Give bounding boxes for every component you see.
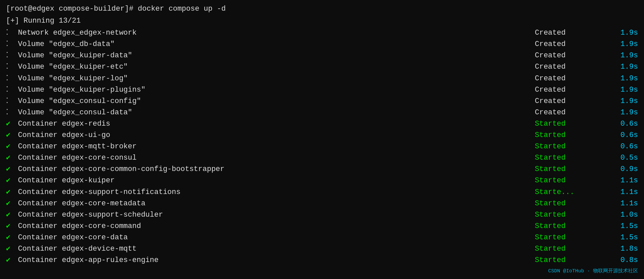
row-time: 1.9s [608,96,638,107]
row-name: Volume "edgex_consul-config" [18,96,535,107]
row-status: Created [535,50,608,61]
row-time: 1.9s [608,61,638,73]
dash-icon: ⁚ [6,39,18,50]
output-row: ⁚ Volume "edgex_kuiper-log"Created1.9s [6,73,638,84]
row-name: Container edgex-support-scheduler [18,209,535,221]
row-name: Volume "edgex_consul-data" [18,107,535,118]
output-row: ✔ Container edgex-kuiperStarted1.1s [6,175,638,186]
row-time: 1.9s [608,27,638,39]
row-status: Started [535,221,608,232]
row-status: Started [535,118,608,130]
row-status: Started [535,232,608,243]
row-status: Started [535,255,608,266]
row-time: 1.9s [608,107,638,118]
row-status: Created [535,61,608,73]
prompt-text: [root@edgex compose-builder]# docker com… [6,3,226,15]
row-status: Started [535,141,608,152]
row-time: 1.8s [608,243,638,255]
row-time: 0.6s [608,141,638,152]
output-row: ⁚ Volume "edgex_kuiper-etc"Created1.9s [6,61,638,73]
row-status: Started [535,209,608,221]
checkmark-icon: ✔ [6,118,18,130]
output-row: ✔ Container edgex-redisStarted0.6s [6,118,638,130]
checkmark-icon: ✔ [6,130,18,141]
checkmark-icon: ✔ [6,152,18,164]
row-status: Started [535,175,608,186]
output-row: ✔ Container edgex-core-common-config-boo… [6,164,638,175]
checkmark-icon: ✔ [6,243,18,255]
output-row: ✔ Container edgex-mqtt-brokerStarted0.6s [6,141,638,152]
row-name: Volume "edgex_db-data" [18,39,535,50]
row-status: Created [535,27,608,39]
dash-icon: ⁚ [6,107,18,118]
row-name: Volume "edgex_kuiper-data" [18,50,535,61]
output-row: ⁚ Volume "edgex_db-data"Created1.9s [6,39,638,50]
watermark: CSDN @IoTHub · 物联网开源技术社区 [548,267,638,275]
row-name: Container edgex-app-rules-engine [18,255,535,266]
row-name: Container edgex-core-data [18,232,535,243]
row-status: Started [535,243,608,255]
row-time: 1.0s [608,209,638,221]
row-time: 0.5s [608,152,638,164]
row-name: Container edgex-core-consul [18,152,535,164]
checkmark-icon: ✔ [6,221,18,232]
row-time: 1.1s [608,187,638,198]
running-line: [+] Running 13/21 [6,15,638,27]
checkmark-icon: ✔ [6,175,18,186]
checkmark-icon: ✔ [6,164,18,175]
row-time: 1.9s [608,39,638,50]
row-time: 0.9s [608,164,638,175]
checkmark-icon: ✔ [6,141,18,152]
output-row: ✔ Container edgex-app-rules-engineStarte… [6,255,638,266]
row-status: Created [535,96,608,107]
output-row: ⁚ Volume "edgex_consul-config"Created1.9… [6,96,638,107]
row-name: Container edgex-mqtt-broker [18,141,535,152]
row-time: 1.9s [608,84,638,96]
row-time: 0.6s [608,118,638,130]
output-row: ✔ Container edgex-core-consulStarted0.5s [6,152,638,164]
row-status: Starte... [535,187,608,198]
row-name: Container edgex-support-notifications [18,187,535,198]
dash-icon: ⁚ [6,27,18,39]
row-status: Created [535,73,608,84]
output-row: ⁚ Volume "edgex_kuiper-data"Created1.9s [6,50,638,61]
row-name: Volume "edgex_kuiper-etc" [18,61,535,73]
dash-icon: ⁚ [6,84,18,96]
output-row: ⁚ Volume "edgex_consul-data"Created1.9s [6,107,638,118]
row-time: 0.8s [608,255,638,266]
row-name: Volume "edgex_kuiper-plugins" [18,84,535,96]
checkmark-icon: ✔ [6,255,18,266]
dash-icon: ⁚ [6,96,18,107]
running-text: [+] Running 13/21 [6,15,81,27]
row-status: Created [535,84,608,96]
row-time: 1.5s [608,232,638,243]
output-row: ✔ Container edgex-ui-goStarted0.6s [6,130,638,141]
row-time: 1.9s [608,73,638,84]
output-row: ✔ Container edgex-support-schedulerStart… [6,209,638,221]
checkmark-icon: ✔ [6,209,18,221]
output-row: ✔ Container edgex-device-mqttStarted1.8s [6,243,638,255]
checkmark-icon: ✔ [6,232,18,243]
row-time: 1.1s [608,175,638,186]
row-name: Container edgex-core-command [18,221,535,232]
output-row: ✔ Container edgex-core-dataStarted1.5s [6,232,638,243]
output-row: ⁚ Volume "edgex_kuiper-plugins"Created1.… [6,84,638,96]
row-time: 1.1s [608,198,638,209]
row-name: Container edgex-core-metadata [18,198,535,209]
row-status: Started [535,164,608,175]
output-row: ✔ Container edgex-core-metadataStarted1.… [6,198,638,209]
checkmark-icon: ✔ [6,198,18,209]
checkmark-icon: ✔ [6,187,18,198]
dash-icon: ⁚ [6,73,18,84]
row-name: Container edgex-core-common-config-boots… [18,164,535,175]
row-status: Created [535,107,608,118]
dash-icon: ⁚ [6,50,18,61]
row-status: Started [535,198,608,209]
row-time: 1.9s [608,50,638,61]
row-status: Started [535,152,608,164]
dash-icon: ⁚ [6,61,18,73]
output-row: ✔ Container edgex-support-notificationsS… [6,187,638,198]
row-name: Network edgex_edgex-network [18,27,535,39]
row-name: Container edgex-device-mqtt [18,243,535,255]
row-name: Container edgex-kuiper [18,175,535,186]
